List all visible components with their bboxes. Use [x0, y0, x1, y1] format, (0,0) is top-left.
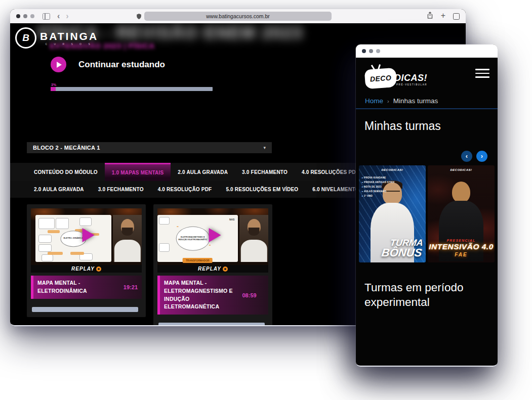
video-title: MAPA MENTAL - ELETRODINÂMICA — [37, 279, 120, 295]
instructor-picture — [239, 215, 268, 262]
tab-aula-gravada[interactable]: 2.0 AULA GRAVADA — [171, 163, 235, 181]
mindmap-sheet: NAS “ ” ELETROMAGNETISMO E INDUÇÃO ELETR… — [157, 215, 238, 262]
chevron-down-icon: ▾ — [263, 145, 266, 150]
progress-fill — [51, 87, 56, 91]
window-controls[interactable] — [16, 14, 34, 18]
tab-resolucoes-pdf[interactable]: 4.0 RESOLUÇÕES PDF — [295, 163, 366, 181]
video-card-eletromagnetismo: NAS “ ” ELETROMAGNETISMO E INDUÇÃO ELETR… — [153, 204, 272, 326]
carousel-navigation: ‹ › — [461, 151, 487, 162]
browser-toolbar: ‹ › www.batingacursos.com.br + — [10, 9, 466, 23]
tab-mapas-mentais[interactable]: 1.0 MAPAS MENTAIS — [105, 163, 171, 181]
minimize-window-button[interactable] — [23, 14, 27, 18]
sidebar-toggle-icon[interactable] — [43, 13, 50, 20]
carousel-next-button[interactable]: › — [476, 151, 487, 162]
tab2-fechamento[interactable]: 3.0 FECHAMENTO — [91, 181, 151, 198]
new-tab-icon[interactable]: + — [441, 12, 445, 20]
mindmap-node — [159, 243, 170, 252]
privacy-shield-icon[interactable] — [136, 13, 142, 22]
course-subtitle-blurred: EXTENSIVÃO 2023 | FÍSICA — [50, 41, 155, 50]
video-scrub-bar[interactable] — [158, 323, 265, 326]
class-card-intensivao[interactable]: DECODICAS! PRESENCIAL INTENSIVÃO 4.0 FAE — [428, 165, 495, 262]
tv-logo-icon: DECO — [364, 68, 397, 89]
class-card-carousel: DECODICAS! PROVA KAHOANE PROVAS ANTIGAS … — [359, 165, 495, 262]
play-icon[interactable] — [209, 228, 221, 242]
continue-studying-label: Continuar estudando — [78, 60, 165, 70]
video-scrub-bar[interactable] — [32, 307, 138, 312]
share-icon[interactable] — [427, 12, 433, 21]
mindmap-node — [56, 218, 69, 229]
replay-brand-bar: REPLAY — [157, 265, 268, 273]
card-feature-list: PROVA KAHOANE PROVAS ANTIGAS STRIX NOTA … — [362, 175, 395, 198]
back-button[interactable]: ‹ — [57, 12, 60, 20]
zoom-window-button[interactable] — [376, 49, 380, 53]
decodicas-page: DECO DICAS! PRÉ-VESTIBULAR Home › Minhas… — [356, 58, 498, 367]
tab-fechamento[interactable]: 3.0 FECHAMENTO — [235, 163, 295, 181]
mindmap-node — [38, 218, 55, 229]
replay-wordmark: REPLAY — [71, 266, 95, 272]
block-selector-dropdown[interactable]: BLOCO 2 - MECÂNICA 1 ▾ — [27, 142, 272, 153]
quote-mark: “ — [177, 226, 179, 230]
mindmap-tag — [70, 252, 84, 255]
tab-overview-icon[interactable] — [453, 13, 460, 20]
mindmap-node — [42, 254, 53, 261]
divider — [356, 108, 498, 109]
mindmap-center-label: ELETROMAGNETISMO E INDUÇÃO ELETROMAGNÉTI… — [176, 227, 210, 251]
tab-conteudo-do-modulo[interactable]: CONTEÚDO DO MÓDULO — [27, 163, 105, 181]
block-selector-label: BLOCO 2 - MECÂNICA 1 — [33, 145, 263, 151]
breadcrumb-separator: › — [387, 98, 389, 104]
tab2-aula-gravada[interactable]: 2.0 AULA GRAVADA — [27, 181, 91, 198]
replay-logo-icon — [223, 266, 228, 272]
mindmap-node — [38, 244, 52, 252]
my-classes-heading: Minhas turmas — [364, 119, 441, 133]
video-title-bar[interactable]: MAPA MENTAL - ELETROMAGNESTISMO E INDUÇÃ… — [157, 276, 268, 315]
card-title: PRESENCIAL INTENSIVÃO 4.0 FAE — [428, 239, 495, 257]
mindmap-corner-label: NAS — [229, 218, 235, 221]
browser-window-decodicas: DECO DICAS! PRÉ-VESTIBULAR Home › Minhas… — [356, 45, 498, 367]
breadcrumb: Home › Minhas turmas — [365, 97, 438, 105]
breadcrumb-home-link[interactable]: Home — [365, 97, 383, 105]
close-window-button[interactable] — [16, 14, 20, 18]
mindmap-node — [159, 217, 170, 225]
mindmap-bottom-label: TRANSFORMADOR — [183, 258, 213, 263]
mindmap-node — [79, 217, 92, 226]
video-card-list: ELETRO- DINÂMICA REPLAY MAPA MENTAL - EL… — [27, 204, 272, 326]
tab2-resolucao-pdf[interactable]: 4.0 RESOLUÇÃO PDF — [151, 181, 219, 198]
video-thumbnail[interactable]: NAS “ ” ELETROMAGNETISMO E INDUÇÃO ELETR… — [157, 208, 268, 265]
class-card-turma-bonus[interactable]: DECODICAS! PROVA KAHOANE PROVAS ANTIGAS … — [359, 165, 426, 262]
video-title: MAPA MENTAL - ELETROMAGNESTISMO E INDUÇÃ… — [164, 279, 239, 311]
video-thumbnail[interactable]: ELETRO- DINÂMICA — [31, 208, 142, 265]
decodicas-logo[interactable]: DECO DICAS! PRÉ-VESTIBULAR — [365, 65, 451, 91]
url-text: www.batingacursos.com.br — [206, 13, 269, 19]
replay-wordmark: REPLAY — [198, 266, 221, 272]
replay-brand-bar: REPLAY — [31, 265, 142, 273]
address-bar[interactable]: www.batingacursos.com.br — [144, 12, 332, 21]
hamburger-menu-icon[interactable] — [475, 69, 489, 78]
carousel-prev-button[interactable]: ‹ — [461, 151, 472, 162]
quote-mark: ” — [209, 244, 211, 248]
close-window-button[interactable] — [362, 49, 366, 53]
chevron-right-icon: › — [481, 153, 483, 159]
continue-play-button[interactable] — [51, 57, 66, 72]
tab2-resolucoes-em-video[interactable]: 5.0 RESOLUÇÕES EM VÍDEO — [219, 181, 305, 198]
zoom-window-button[interactable] — [30, 14, 34, 18]
minimize-window-button[interactable] — [369, 49, 373, 53]
progress-bar — [51, 87, 213, 91]
card-title: TURMA BÔNUS — [381, 239, 423, 258]
batinga-logo-icon: B — [15, 27, 36, 49]
logo-subtitle: PRÉ-VESTIBULAR — [396, 83, 427, 86]
breadcrumb-current: Minhas turmas — [393, 97, 438, 105]
logo-dicas-text: DICAS! — [394, 73, 427, 83]
mindmap-tag — [48, 252, 63, 255]
mindmap-tag — [48, 230, 60, 233]
mindmap-sheet: ELETRO- DINÂMICA — [35, 215, 111, 262]
mindmap-node — [38, 235, 52, 242]
replay-logo-icon — [96, 266, 101, 272]
logo-deco-text: DECO — [370, 74, 391, 83]
play-icon[interactable] — [82, 228, 94, 242]
forward-button[interactable]: › — [66, 12, 68, 20]
video-title-bar[interactable]: MAPA MENTAL - ELETRODINÂMICA 19:21 — [31, 276, 142, 299]
batinga-brand-text: BATINGA — [40, 31, 98, 41]
desktop: ‹ › www.batingacursos.com.br + FÍSICA - … — [0, 0, 532, 400]
video-duration: 08:59 — [242, 292, 257, 298]
window-titlebar — [356, 45, 498, 58]
